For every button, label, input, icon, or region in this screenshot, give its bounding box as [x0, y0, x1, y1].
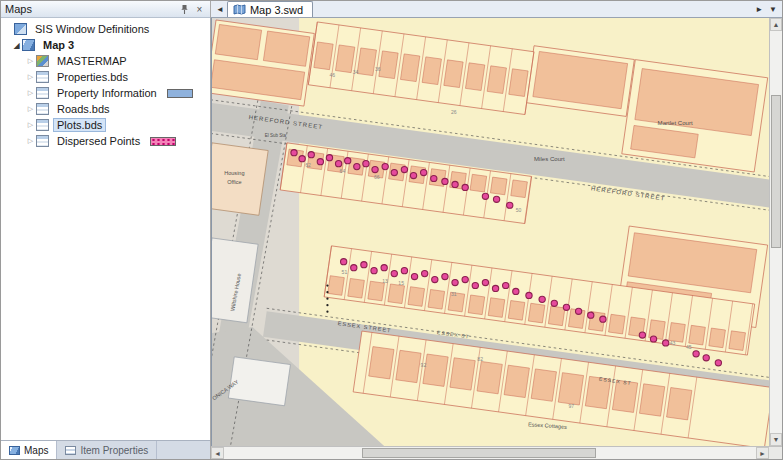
- dispersed-point[interactable]: [493, 196, 499, 202]
- tree-item-properties-bds[interactable]: ▷Properties.bds: [1, 69, 210, 85]
- dispersed-point[interactable]: [326, 155, 332, 161]
- dispersed-point[interactable]: [372, 167, 378, 173]
- dispersed-point[interactable]: [600, 316, 606, 322]
- dispersed-point[interactable]: [345, 158, 351, 164]
- dispersed-point[interactable]: [317, 159, 323, 165]
- expand-icon[interactable]: ▷: [25, 105, 36, 113]
- v-scroll-track[interactable]: [770, 31, 782, 433]
- h-scroll-thumb[interactable]: [362, 448, 596, 458]
- dispersed-point[interactable]: [551, 300, 557, 306]
- dispersed-point[interactable]: [492, 285, 498, 291]
- dispersed-point[interactable]: [381, 265, 387, 271]
- dispersed-point[interactable]: [575, 308, 581, 314]
- map-horizontal-scrollbar[interactable]: ◄ ►: [211, 446, 782, 459]
- tree-item-property-information[interactable]: ▷Property Information: [1, 85, 210, 101]
- dispersed-point[interactable]: [462, 276, 468, 282]
- map-document-area: ◄ Map 3.swd ► ▼: [211, 1, 782, 459]
- expand-icon[interactable]: ▷: [25, 73, 36, 81]
- tab-scroll-left-icon[interactable]: ◄: [213, 5, 227, 14]
- dispersed-point[interactable]: [452, 181, 458, 187]
- expand-icon[interactable]: ▷: [25, 89, 36, 97]
- dispersed-point[interactable]: [432, 276, 438, 282]
- tab-maps[interactable]: Maps: [1, 441, 57, 459]
- dispersed-point[interactable]: [588, 312, 594, 318]
- dispersed-point[interactable]: [391, 169, 397, 175]
- tree-item-roads-bds[interactable]: ▷Roads.bds: [1, 101, 210, 117]
- dispersed-point[interactable]: [715, 360, 721, 366]
- dispersed-point[interactable]: [422, 271, 428, 277]
- tree-item-label: Property Information: [53, 86, 161, 100]
- tree-item-label: Roads.bds: [53, 102, 114, 116]
- dispersed-point[interactable]: [335, 161, 341, 167]
- house-number-label: 34: [353, 70, 359, 76]
- house-number-label: 66: [374, 175, 380, 181]
- scroll-right-icon[interactable]: ►: [756, 447, 769, 459]
- dispersed-point[interactable]: [452, 279, 458, 285]
- dispersed-point[interactable]: [472, 282, 478, 288]
- dispersed-point[interactable]: [351, 265, 357, 271]
- house-number-label: 46: [329, 72, 335, 78]
- dispersed-point[interactable]: [354, 164, 360, 170]
- dispersed-point[interactable]: [650, 336, 656, 342]
- map-vertical-scrollbar[interactable]: ▲ ▼: [769, 18, 782, 446]
- tab-item-properties[interactable]: Item Properties: [57, 441, 157, 459]
- map-icon: [22, 39, 35, 51]
- dispersed-point[interactable]: [462, 184, 468, 190]
- map-label: El Sub Sta: [265, 133, 287, 138]
- tab-list-icon[interactable]: ▼: [766, 5, 780, 14]
- expand-icon[interactable]: ▷: [25, 137, 36, 145]
- maps-panel-header: Maps ×: [1, 1, 210, 18]
- collapse-icon[interactable]: ◢: [11, 41, 22, 50]
- dispersed-point[interactable]: [291, 150, 297, 156]
- dispersed-point[interactable]: [308, 152, 314, 158]
- layer-file-icon: [36, 87, 49, 99]
- dispersed-point[interactable]: [411, 274, 417, 280]
- dispersed-point[interactable]: [503, 282, 509, 288]
- scroll-left-icon[interactable]: ◄: [211, 447, 224, 459]
- dispersed-point[interactable]: [363, 161, 369, 167]
- tree-item-map-3[interactable]: ◢Map 3: [1, 37, 210, 53]
- scroll-up-icon[interactable]: ▲: [770, 18, 782, 31]
- map-document-tab[interactable]: Map 3.swd: [227, 1, 313, 17]
- pin-icon[interactable]: [178, 3, 191, 15]
- tab-scroll-right-icon[interactable]: ►: [752, 5, 766, 14]
- dispersed-point[interactable]: [693, 351, 699, 357]
- tree-item-mastermap[interactable]: ▷MASTERMAP: [1, 53, 210, 69]
- dispersed-point[interactable]: [703, 355, 709, 361]
- dispersed-point[interactable]: [526, 292, 532, 298]
- scroll-down-icon[interactable]: ▼: [770, 433, 782, 446]
- dispersed-point[interactable]: [513, 288, 519, 294]
- dispersed-point[interactable]: [431, 175, 437, 181]
- dispersed-point[interactable]: [663, 340, 669, 346]
- tree-item-dispersed-points[interactable]: ▷Dispersed Points: [1, 133, 210, 149]
- close-icon[interactable]: ×: [193, 3, 206, 15]
- h-scroll-track[interactable]: [224, 447, 756, 459]
- dispersed-point[interactable]: [639, 332, 645, 338]
- dispersed-point[interactable]: [442, 274, 448, 280]
- layer-file-icon: [36, 71, 49, 83]
- expand-icon[interactable]: ▷: [25, 57, 36, 65]
- dispersed-point[interactable]: [341, 259, 347, 265]
- house-number-label: 51: [342, 269, 348, 275]
- dispersed-point[interactable]: [442, 178, 448, 184]
- dispersed-point[interactable]: [421, 169, 427, 175]
- dispersed-point[interactable]: [539, 296, 545, 302]
- tree-item-sis-window-definitions[interactable]: SIS Window Definitions: [1, 21, 210, 37]
- expand-icon[interactable]: ▷: [25, 121, 36, 129]
- dispersed-point[interactable]: [401, 167, 407, 173]
- layer-color-swatch: [167, 89, 193, 98]
- item-properties-icon: [65, 446, 76, 455]
- v-scroll-thumb[interactable]: [771, 95, 781, 248]
- dispersed-point[interactable]: [401, 268, 407, 274]
- tree-item-plots-bds[interactable]: ▷Plots.bds: [1, 117, 210, 133]
- dispersed-point[interactable]: [361, 262, 367, 268]
- dispersed-point[interactable]: [482, 193, 488, 199]
- dispersed-point[interactable]: [391, 271, 397, 277]
- dispersed-point[interactable]: [410, 172, 416, 178]
- dispersed-point[interactable]: [371, 268, 377, 274]
- map-canvas[interactable]: HEREFORD STREETHEREFORD STREETESSEX STRE…: [211, 18, 769, 446]
- dispersed-point[interactable]: [382, 164, 388, 170]
- dispersed-point[interactable]: [482, 279, 488, 285]
- dispersed-point[interactable]: [507, 202, 513, 208]
- dispersed-point[interactable]: [563, 304, 569, 310]
